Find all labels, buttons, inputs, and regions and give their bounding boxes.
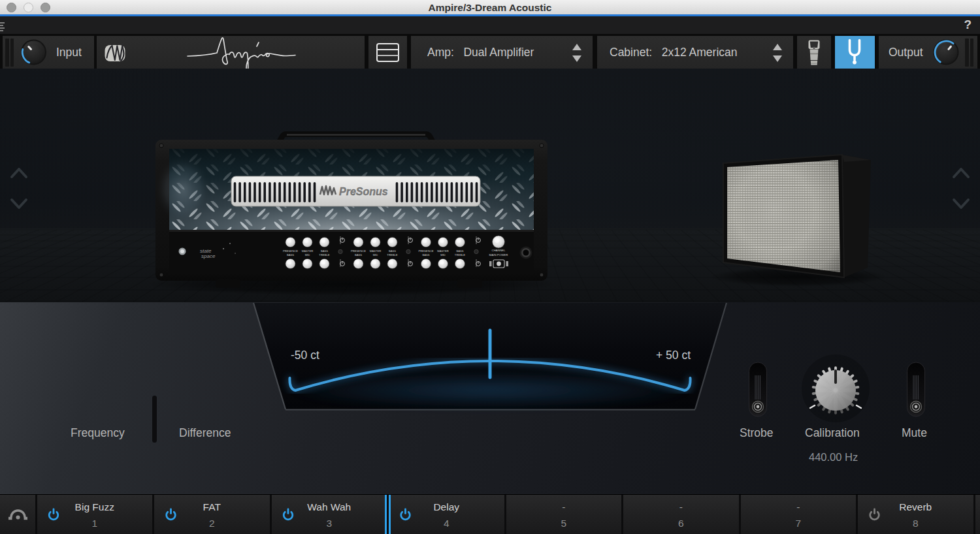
svg-text:PRESENCE: PRESENCE (283, 249, 298, 253)
svg-text:BASS: BASS (321, 249, 328, 253)
svg-text:TREBLE: TREBLE (319, 253, 329, 257)
svg-text:PRESENCE: PRESENCE (418, 249, 433, 253)
svg-text:space: space (201, 253, 216, 259)
svg-text:CHANNEL: CHANNEL (492, 249, 506, 252)
svg-text:BASS: BASS (456, 249, 463, 253)
svg-text:BASS: BASS (355, 253, 362, 257)
svg-text:BASS: BASS (389, 249, 396, 253)
svg-text:TREBLE: TREBLE (387, 253, 397, 257)
svg-text:MID: MID (440, 253, 446, 257)
svg-text:BASS: BASS (287, 253, 294, 257)
svg-text:PRESENCE: PRESENCE (351, 249, 366, 253)
svg-text:PreSonus: PreSonus (339, 186, 388, 197)
svg-text:MASTER: MASTER (370, 249, 381, 253)
svg-text:BASS: BASS (422, 253, 429, 257)
svg-text:MASTER: MASTER (437, 249, 448, 253)
svg-text:TREBLE: TREBLE (455, 253, 465, 257)
svg-text:MAIN POWER: MAIN POWER (489, 253, 508, 257)
svg-text:MID: MID (373, 253, 378, 257)
svg-text:MASTER: MASTER (302, 249, 313, 253)
svg-text:MID: MID (305, 253, 310, 257)
